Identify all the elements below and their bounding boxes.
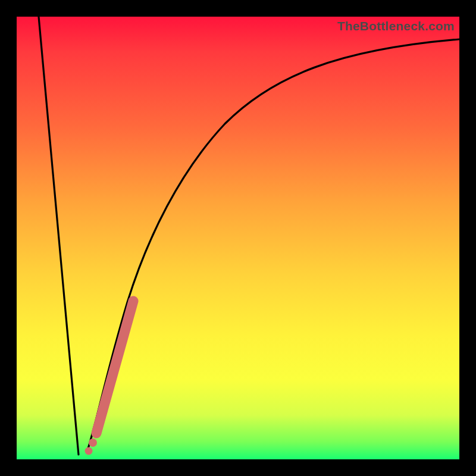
overlay-stroke xyxy=(96,301,133,433)
chart-svg xyxy=(17,17,459,459)
overlay-dot-1 xyxy=(89,439,97,447)
chart-frame: TheBottleneck.com xyxy=(0,0,476,476)
left-branch-line xyxy=(39,17,79,455)
right-branch-curve xyxy=(87,39,459,450)
overlay-dot-2 xyxy=(85,447,93,455)
plot-area: TheBottleneck.com xyxy=(17,17,459,459)
